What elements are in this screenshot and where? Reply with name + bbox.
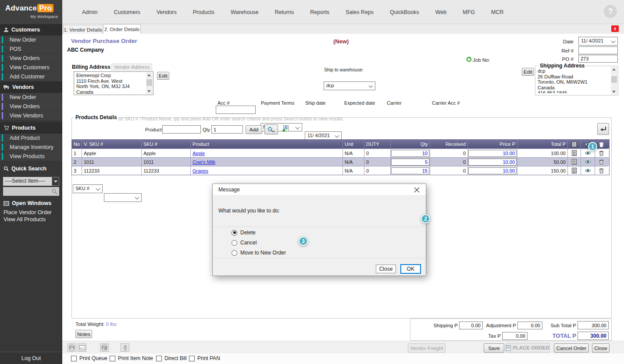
price-field[interactable] bbox=[468, 167, 517, 174]
attachment-button[interactable] bbox=[121, 343, 129, 352]
logout-button[interactable]: Log Out bbox=[0, 352, 62, 364]
sidebar-item-add-product[interactable]: Add Product bbox=[0, 134, 62, 142]
shipping-address-box[interactable]: dcp 26 Dufflaw Road Toronto, ON, M6W2W1 … bbox=[535, 66, 618, 95]
add-button[interactable]: Add bbox=[246, 125, 262, 134]
scroll-up-icon[interactable] bbox=[612, 68, 616, 71]
sidebar-item-manage-inventory[interactable]: Manage Inventory bbox=[0, 143, 62, 152]
checkbox-print-queue[interactable]: Print Queue bbox=[71, 355, 107, 361]
tax-field[interactable] bbox=[502, 332, 528, 340]
sidebar-item-add-customer[interactable]: Add Customer bbox=[0, 72, 62, 81]
row-notes-button[interactable] bbox=[568, 157, 581, 166]
acc-field[interactable] bbox=[216, 106, 256, 114]
cancel-order-button[interactable]: Cancel Order bbox=[554, 343, 589, 353]
search-products-button[interactable] bbox=[264, 124, 278, 134]
dialog-close-button[interactable]: Close bbox=[376, 265, 396, 273]
sidebar-item-view-products[interactable]: View Products bbox=[0, 152, 62, 161]
import-excel-icon[interactable] bbox=[282, 125, 289, 134]
row-notes-button[interactable] bbox=[568, 166, 581, 175]
radio-label[interactable]: Cancel bbox=[240, 240, 257, 246]
sidebar-section-products[interactable]: Products bbox=[0, 122, 62, 134]
sidebar-item-cust-view-orders[interactable]: View Orders bbox=[0, 54, 62, 63]
billing-address-box[interactable]: Elemenopi Corp 1110 Finch Ave. West Nort… bbox=[74, 71, 153, 95]
quick-search-input[interactable] bbox=[3, 187, 59, 196]
product-link[interactable]: Apple bbox=[193, 151, 205, 156]
open-window-view-all-products[interactable]: View All Products bbox=[0, 216, 62, 223]
tab-vendor-address[interactable]: Vendor Address bbox=[111, 64, 152, 71]
nav-web[interactable]: Web bbox=[435, 9, 446, 15]
nav-products[interactable]: Products bbox=[193, 9, 214, 15]
enter-button[interactable] bbox=[597, 123, 609, 135]
checkbox-print-pan[interactable]: Print PAN bbox=[189, 355, 220, 361]
edit-billing-button[interactable]: Edit bbox=[157, 72, 169, 80]
product-link[interactable]: Cow's Milk bbox=[193, 159, 215, 165]
scroll-thumb[interactable] bbox=[146, 79, 152, 86]
qty-field[interactable] bbox=[391, 150, 429, 157]
nav-admin[interactable]: Admin bbox=[82, 9, 97, 15]
qty-entry-field[interactable] bbox=[211, 125, 243, 134]
shipping-scrollbar[interactable] bbox=[611, 67, 617, 95]
notes-button[interactable]: Notes bbox=[75, 330, 92, 338]
scroll-thumb[interactable] bbox=[611, 76, 617, 83]
close-tab-button[interactable]: x bbox=[611, 25, 619, 32]
checkbox[interactable] bbox=[71, 356, 77, 361]
row-notes-button[interactable] bbox=[568, 148, 581, 157]
row-view-button[interactable] bbox=[581, 157, 595, 166]
nav-mcr[interactable]: MCR bbox=[491, 9, 503, 15]
checkbox-print-item-note[interactable]: Print Item Note bbox=[110, 355, 153, 361]
close-button[interactable]: Close bbox=[592, 343, 610, 353]
quick-search-select-arrow[interactable] bbox=[52, 177, 59, 186]
nav-sales-reps[interactable]: Sales Reps bbox=[346, 9, 374, 15]
radio-label[interactable]: Move to New Order bbox=[240, 250, 286, 256]
nav-customers[interactable]: Customers bbox=[114, 9, 140, 15]
nav-warehouse[interactable]: Warehouse bbox=[231, 9, 258, 15]
nav-vendors[interactable]: Vendors bbox=[157, 9, 177, 15]
row-delete-button[interactable] bbox=[595, 166, 608, 175]
nav-mfg[interactable]: MFG bbox=[463, 9, 475, 15]
product-link[interactable]: Grapes bbox=[193, 168, 208, 173]
quick-search-select[interactable]: ----Select Item---- bbox=[3, 177, 52, 186]
print-button[interactable] bbox=[68, 343, 76, 352]
row-delete-button[interactable] bbox=[595, 148, 608, 157]
tab-billing-address[interactable]: Billing Address bbox=[72, 64, 111, 70]
quick-search-box[interactable] bbox=[3, 187, 59, 196]
sidebar-item-vend-view-orders[interactable]: View Orders bbox=[0, 102, 62, 111]
radio-dot[interactable] bbox=[232, 240, 237, 246]
radio-dot[interactable] bbox=[232, 250, 237, 256]
ref-field[interactable] bbox=[578, 46, 618, 54]
checkbox[interactable] bbox=[189, 356, 195, 361]
po-field[interactable] bbox=[578, 55, 618, 63]
radio-option-cancel[interactable]: Cancel bbox=[232, 240, 257, 246]
tab-order-details[interactable]: 2. Order Details bbox=[103, 24, 141, 34]
sidebar-item-pos[interactable]: POS bbox=[0, 45, 62, 53]
price-field[interactable] bbox=[468, 150, 517, 157]
sidebar-item-view-vendors[interactable]: View Vendors bbox=[0, 111, 62, 120]
nav-returns[interactable]: Returns bbox=[275, 9, 294, 15]
qty-field[interactable] bbox=[391, 159, 429, 166]
nav-reports[interactable]: Reports bbox=[310, 9, 329, 15]
edit-shipping-button[interactable]: Edit bbox=[522, 68, 534, 76]
print-preview-button[interactable] bbox=[100, 343, 109, 352]
checkbox[interactable] bbox=[156, 356, 162, 361]
dialog-ok-button[interactable]: OK bbox=[400, 264, 421, 274]
billing-scrollbar[interactable] bbox=[146, 72, 153, 94]
tab-vendor-details[interactable]: 1. Vendor Details bbox=[63, 25, 103, 34]
sidebar-item-cust-new-order[interactable]: New Order bbox=[0, 35, 62, 44]
price-field[interactable] bbox=[468, 159, 517, 166]
sidebar-item-view-customers[interactable]: View Customers bbox=[0, 63, 62, 72]
radio-dot[interactable] bbox=[232, 230, 237, 236]
email-button[interactable] bbox=[78, 343, 86, 352]
radio-option-move[interactable]: Move to New Order bbox=[232, 250, 286, 256]
sku-value-select[interactable] bbox=[104, 193, 142, 202]
qty-field[interactable] bbox=[391, 167, 429, 174]
sidebar-section-customers[interactable]: Customers bbox=[0, 24, 62, 35]
checkbox-direct-bill[interactable]: Direct Bill bbox=[156, 355, 187, 361]
product-search-field[interactable] bbox=[162, 125, 201, 134]
date-picker[interactable]: 11/ 4/2021 bbox=[578, 37, 618, 46]
row-view-button[interactable] bbox=[581, 166, 595, 175]
save-button[interactable]: Save bbox=[484, 343, 504, 353]
help-icon[interactable]: ? bbox=[604, 5, 617, 18]
dialog-close-icon[interactable] bbox=[414, 187, 420, 193]
radio-label[interactable]: Delete bbox=[240, 230, 256, 236]
sidebar-item-vend-new-order[interactable]: New Order bbox=[0, 93, 62, 102]
sku-type-select[interactable]: SKU # bbox=[73, 184, 103, 193]
